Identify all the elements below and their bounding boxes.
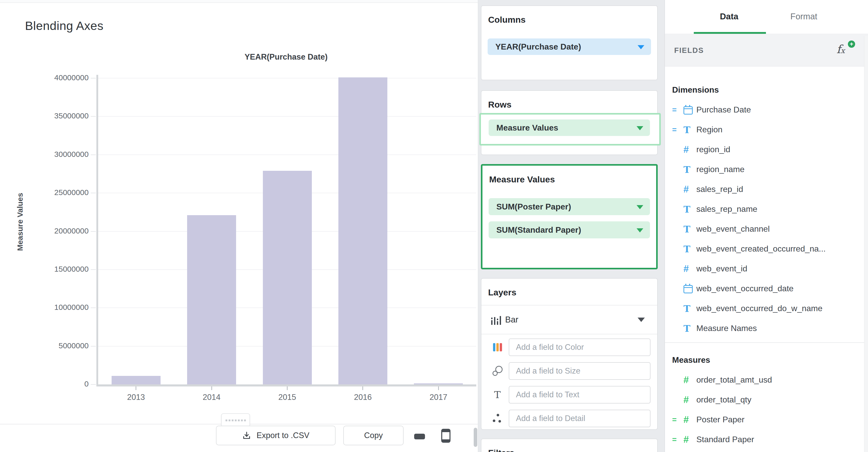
number-icon: # [683, 185, 696, 194]
bar-chart-type-icon [491, 314, 503, 325]
text-type-icon: T [683, 304, 696, 313]
calendar-icon [683, 105, 696, 115]
tab-format[interactable]: Format [790, 11, 817, 21]
text-type-icon: T [683, 224, 696, 234]
inspector-scrollbar-track[interactable] [864, 36, 868, 452]
chevron-down-icon[interactable] [638, 45, 644, 49]
layers-title: Layers [488, 287, 517, 298]
number-icon: # [683, 435, 696, 444]
color-drop-row [482, 338, 657, 356]
field-item[interactable]: =#Standard Paper [672, 429, 868, 449]
add-field-to-text-input[interactable] [509, 386, 650, 403]
bar[interactable] [112, 376, 160, 385]
section-header: Measures [672, 350, 868, 370]
field-item[interactable]: =Tweb_event_created_occurred_na... [672, 239, 868, 259]
layers-panel: Layers Bar T [481, 278, 658, 430]
add-field-to-size-input[interactable] [509, 362, 650, 380]
add-field-to-detail-input[interactable] [509, 410, 650, 427]
chevron-down-icon[interactable] [637, 205, 643, 209]
columns-shelf: Columns YEAR(Purchase Date) [481, 5, 658, 80]
field-item[interactable]: =Tweb_event_occurred_do_w_name [672, 299, 868, 318]
chart-type-select[interactable]: Bar [482, 306, 657, 334]
gridline [98, 78, 476, 79]
field-item[interactable]: =TMeasure Names [672, 318, 868, 338]
field-label: sales_rep_id [696, 185, 743, 194]
rows-pill-measure-values[interactable]: Measure Values [489, 119, 650, 136]
field-item[interactable]: =Tweb_event_channel [672, 219, 868, 239]
measure-pill-sum-poster-paper[interactable]: SUM(Poster Paper) [489, 198, 650, 215]
field-item[interactable]: =#sales_rep_id [672, 179, 868, 199]
x-axis-tick [135, 387, 136, 390]
fields-header-bar: FIELDS fx + [665, 34, 868, 66]
field-item[interactable]: =#order_total_qty [672, 390, 868, 410]
y-axis-tick [91, 78, 96, 79]
field-item[interactable]: =#Poster Paper [672, 410, 868, 429]
number-icon: # [683, 145, 696, 154]
y-axis-tick-label: 15000000 [27, 265, 89, 274]
field-label: Poster Paper [696, 415, 745, 424]
chart-panel: Blending Axes YEAR(Purchase Date) Measur… [0, 0, 478, 452]
link-equals-badge: = [672, 415, 683, 424]
x-axis-line [96, 385, 476, 387]
y-axis-tick [91, 193, 96, 193]
columns-pill-year-purchase-date[interactable]: YEAR(Purchase Date) [488, 38, 651, 55]
field-item[interactable]: =Purchase Date [672, 100, 868, 120]
bar[interactable] [187, 215, 236, 385]
x-axis-tick [287, 387, 288, 390]
copy-label: Copy [364, 431, 383, 440]
size-bubbles-icon [491, 366, 504, 376]
y-axis-tick-label: 40000000 [27, 73, 89, 82]
section-divider [665, 342, 868, 343]
field-item[interactable]: =#web_event_occurred_day [672, 449, 868, 452]
y-axis-tick-label: 35000000 [27, 111, 89, 120]
export-csv-label: Export to .CSV [256, 431, 309, 440]
chevron-down-icon[interactable] [637, 228, 643, 232]
chart-scrollbar-thumb[interactable] [474, 428, 477, 447]
y-axis-tick [91, 384, 96, 385]
field-label: web_event_occurred_do_w_name [696, 304, 823, 313]
resize-drag-handle[interactable] [221, 413, 250, 427]
field-label: web_event_occurred_date [696, 284, 794, 293]
y-axis-tick-label: 10000000 [27, 303, 89, 312]
field-item[interactable]: =Tregion_name [672, 160, 868, 179]
copy-button[interactable]: Copy [343, 426, 404, 445]
download-icon [242, 431, 251, 440]
field-item[interactable]: =Tsales_rep_name [672, 199, 868, 219]
field-item[interactable]: =web_event_occurred_date [672, 279, 868, 299]
field-label: order_total_amt_usd [696, 375, 772, 385]
field-label: sales_rep_name [696, 204, 757, 214]
field-item[interactable]: =#order_total_amt_usd [672, 370, 868, 390]
top-strip [0, 0, 478, 3]
horizontal-layout-icon[interactable] [414, 434, 425, 440]
chevron-down-icon[interactable] [638, 318, 645, 322]
field-item[interactable]: =TRegion [672, 120, 868, 140]
y-axis-tick [91, 231, 96, 232]
field-label: region_name [696, 165, 745, 174]
field-item[interactable]: =#web_event_id [672, 259, 868, 279]
color-swatches-icon [491, 343, 504, 351]
filters-title: Filters [488, 448, 515, 452]
y-axis-tick-label: 25000000 [27, 188, 89, 197]
x-axis-tick-label: 2013 [127, 393, 145, 402]
bar[interactable] [338, 77, 388, 385]
export-csv-button[interactable]: Export to .CSV [216, 426, 336, 445]
x-axis-tick [362, 387, 363, 390]
add-calculated-field-button[interactable]: fx + [837, 43, 855, 58]
add-field-to-color-input[interactable] [509, 338, 650, 356]
vertical-layout-icon[interactable] [441, 429, 451, 443]
chevron-down-icon[interactable] [637, 126, 643, 130]
measure-pill-sum-standard-paper[interactable]: SUM(Standard Paper) [489, 221, 650, 238]
field-label: order_total_qty [696, 395, 751, 404]
field-item[interactable]: =#region_id [672, 140, 868, 160]
measure-pill-label: SUM(Poster Paper) [496, 202, 571, 211]
y-axis-line [96, 75, 98, 387]
size-drop-row [482, 362, 657, 380]
number-icon: # [683, 415, 696, 424]
text-drop-row: T [482, 386, 657, 403]
tab-data[interactable]: Data [720, 11, 738, 21]
plus-badge-icon: + [848, 40, 855, 48]
text-type-icon: T [683, 165, 696, 174]
shelf-panel: Columns YEAR(Purchase Date) Rows Measure… [478, 0, 664, 452]
bar[interactable] [263, 171, 312, 385]
columns-pill-label: YEAR(Purchase Date) [495, 42, 581, 52]
